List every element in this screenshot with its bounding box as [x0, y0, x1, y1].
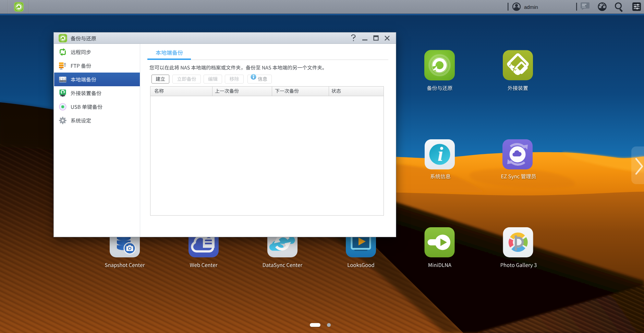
svg-text:i: i	[438, 143, 443, 165]
